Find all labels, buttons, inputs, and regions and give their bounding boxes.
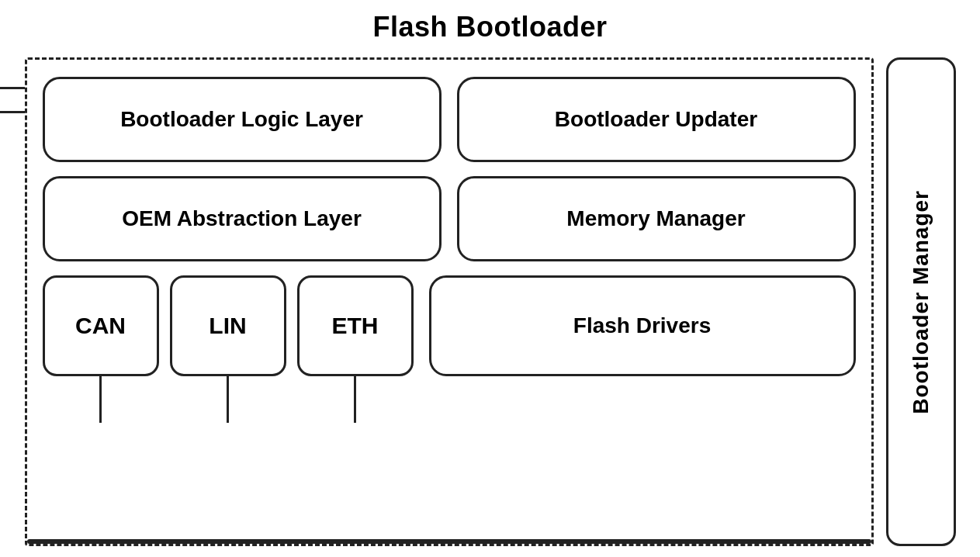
main-title: Flash Bootloader xyxy=(372,11,607,43)
bootloader-updater-label: Bootloader Updater xyxy=(555,107,757,132)
oem-abstraction-layer-block: OEM Abstraction Layer xyxy=(43,176,442,261)
bootloader-manager-box: Bootloader Manager xyxy=(886,57,956,546)
diagram-body: Bootloader Logic Layer Bootloader Update… xyxy=(25,57,956,546)
can-with-connector: CAN xyxy=(43,275,159,423)
eth-with-connector: ETH xyxy=(297,275,414,423)
lin-with-connector: LIN xyxy=(170,275,286,423)
connector-line-bottom xyxy=(0,111,25,113)
memory-manager-block: Memory Manager xyxy=(457,176,856,261)
eth-label: ETH xyxy=(332,313,379,339)
bootloader-updater-block: Bootloader Updater xyxy=(457,77,856,162)
row-1: Bootloader Logic Layer Bootloader Update… xyxy=(43,77,856,162)
eth-connector-down xyxy=(354,376,356,423)
diagram-wrapper: Flash Bootloader Bootloader Logic Layer … xyxy=(25,11,956,546)
lin-connector-down xyxy=(227,376,229,423)
flash-drivers-label: Flash Drivers xyxy=(573,313,711,338)
flash-drivers-block: Flash Drivers xyxy=(429,275,856,376)
row-2: OEM Abstraction Layer Memory Manager xyxy=(43,176,856,261)
can-label: CAN xyxy=(75,313,126,339)
eth-block: ETH xyxy=(297,275,414,376)
bootloader-manager-label: Bootloader Manager xyxy=(909,190,933,414)
memory-manager-label: Memory Manager xyxy=(566,206,745,231)
bottom-horizontal-bar xyxy=(27,539,871,544)
row-3: CAN LIN ETH xyxy=(43,275,856,423)
lin-block: LIN xyxy=(170,275,286,376)
bootloader-logic-layer-label: Bootloader Logic Layer xyxy=(120,107,363,132)
bootloader-logic-layer-block: Bootloader Logic Layer xyxy=(43,77,442,162)
lin-label: LIN xyxy=(209,313,246,339)
oem-abstraction-layer-label: OEM Abstraction Layer xyxy=(122,206,362,231)
flash-bootloader-box: Bootloader Logic Layer Bootloader Update… xyxy=(25,57,874,546)
left-connectors xyxy=(0,87,25,113)
can-connector-down xyxy=(99,376,102,423)
can-block: CAN xyxy=(43,275,159,376)
connector-line-top xyxy=(0,87,25,89)
protocol-blocks-group: CAN LIN ETH xyxy=(43,275,414,423)
